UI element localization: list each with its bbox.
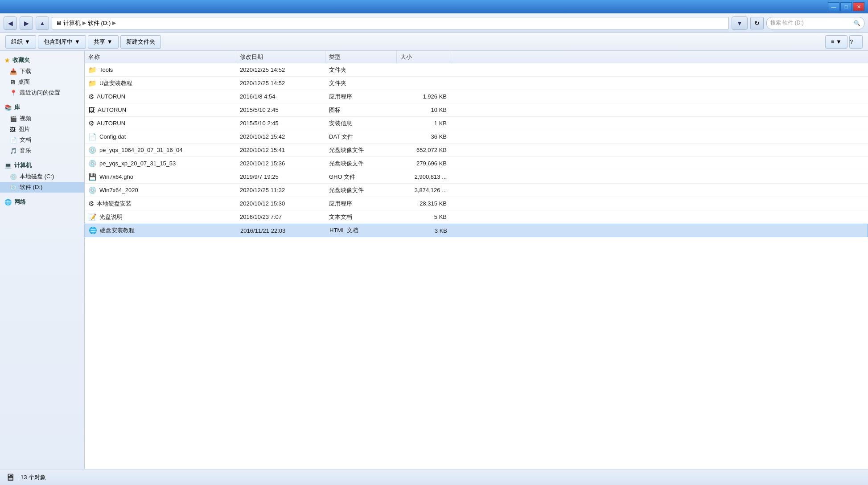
- new-folder-button[interactable]: 新建文件夹: [120, 35, 161, 49]
- addressbar: ◀ ▶ ▲ 🖥 计算机 ▶ 软件 (D:) ▶ ▼ ↻ 搜索 软件 (D:) 🔍: [0, 13, 868, 33]
- file-date-cell: 2020/12/25 14:52: [236, 66, 325, 73]
- download-icon: 📥: [10, 68, 17, 75]
- main-layout: ★ 收藏夹 📥 下载 🖥 桌面 📍 最近访问的位置 📚 库: [0, 51, 868, 469]
- sidebar-item-recent[interactable]: 📍 最近访问的位置: [0, 87, 84, 98]
- file-type-cell: HTML 文档: [326, 226, 397, 234]
- music-icon: 🎵: [10, 148, 17, 154]
- back-button[interactable]: ◀: [4, 16, 17, 30]
- view-button[interactable]: ≡ ▼: [825, 35, 847, 49]
- file-name: Tools: [99, 66, 113, 73]
- sidebar-item-d-drive[interactable]: 💿 软件 (D:): [0, 182, 84, 193]
- file-name: Win7x64_2020: [99, 187, 138, 193]
- table-row[interactable]: ⚙ AUTORUN 2016/1/8 4:54 应用程序 1,926 KB: [85, 90, 868, 103]
- table-row[interactable]: 🖼 AUTORUN 2015/5/10 2:45 图标 10 KB: [85, 103, 868, 117]
- file-name: Win7x64.gho: [99, 173, 133, 180]
- file-icon: 🖼: [88, 106, 95, 114]
- pictures-label: 图片: [18, 125, 30, 133]
- table-row[interactable]: 💾 Win7x64.gho 2019/9/7 19:25 GHO 文件 2,90…: [85, 170, 868, 184]
- table-row[interactable]: 📁 Tools 2020/12/25 14:52 文件夹: [85, 63, 868, 77]
- network-label: 网络: [14, 198, 26, 206]
- sidebar-computer-header: 💻 计算机: [0, 160, 84, 171]
- file-icon: 📁: [88, 79, 97, 87]
- sidebar-item-pictures[interactable]: 🖼 图片: [0, 124, 84, 135]
- file-name: 硬盘安装教程: [100, 226, 135, 234]
- include-label: 包含到库中: [44, 38, 73, 46]
- table-row[interactable]: 💿 Win7x64_2020 2020/12/25 11:32 光盘映像文件 3…: [85, 184, 868, 197]
- address-path[interactable]: 🖥 计算机 ▶ 软件 (D:) ▶: [52, 17, 729, 29]
- sidebar-item-download[interactable]: 📥 下载: [0, 66, 84, 77]
- path-drive: 软件 (D:): [88, 19, 111, 27]
- sidebar-item-music[interactable]: 🎵 音乐: [0, 145, 84, 156]
- table-row[interactable]: 💿 pe_yqs_1064_20_07_31_16_04 2020/10/12 …: [85, 144, 868, 157]
- sidebar-item-video[interactable]: 🎬 视频: [0, 113, 84, 124]
- maximize-button[interactable]: □: [840, 2, 852, 11]
- table-row[interactable]: 📄 Config.dat 2020/10/12 15:42 DAT 文件 36 …: [85, 130, 868, 144]
- toolbar: 组织 ▼ 包含到库中 ▼ 共享 ▼ 新建文件夹 ≡ ▼ ?: [0, 33, 868, 51]
- search-box[interactable]: 搜索 软件 (D:) 🔍: [766, 17, 864, 29]
- file-name-cell: 💾 Win7x64.gho: [85, 173, 236, 181]
- file-icon: ⚙: [88, 119, 94, 127]
- file-icon: 💾: [88, 173, 97, 181]
- pictures-icon: 🖼: [10, 126, 16, 133]
- new-folder-label: 新建文件夹: [126, 38, 155, 46]
- file-type-cell: 光盘映像文件: [325, 160, 397, 168]
- col-name[interactable]: 名称: [85, 51, 236, 63]
- file-date-cell: 2020/10/12 15:36: [236, 160, 325, 167]
- computer-label: 计算机: [14, 161, 32, 169]
- favorites-star-icon: ★: [4, 57, 10, 64]
- documents-label: 文档: [20, 136, 31, 144]
- download-label: 下载: [20, 67, 31, 75]
- share-dropdown-icon: ▼: [107, 38, 113, 45]
- file-date-cell: 2020/10/12 15:30: [236, 200, 325, 207]
- minimize-button[interactable]: —: [828, 2, 839, 11]
- col-type[interactable]: 类型: [325, 51, 397, 63]
- file-type-cell: 文本文档: [325, 213, 397, 221]
- table-row[interactable]: 🌐 硬盘安装教程 2016/11/21 22:03 HTML 文档 3 KB: [85, 224, 868, 237]
- sidebar: ★ 收藏夹 📥 下载 🖥 桌面 📍 最近访问的位置 📚 库: [0, 51, 85, 469]
- sidebar-item-c-drive[interactable]: 💿 本地磁盘 (C:): [0, 171, 84, 182]
- file-type-cell: 光盘映像文件: [325, 186, 397, 194]
- include-library-button[interactable]: 包含到库中 ▼: [38, 35, 86, 49]
- forward-button[interactable]: ▶: [20, 16, 33, 30]
- col-size[interactable]: 大小: [397, 51, 450, 63]
- refresh-button[interactable]: ↻: [750, 17, 764, 29]
- file-size-cell: 3 KB: [397, 227, 451, 234]
- file-icon: 📄: [88, 133, 97, 141]
- table-row[interactable]: ⚙ 本地硬盘安装 2020/10/12 15:30 应用程序 28,315 KB: [85, 197, 868, 210]
- file-name-cell: ⚙ 本地硬盘安装: [85, 200, 236, 208]
- network-icon: 🌐: [4, 199, 12, 206]
- file-icon: 💿: [88, 146, 97, 154]
- file-icon: 💿: [88, 160, 97, 168]
- sidebar-item-desktop[interactable]: 🖥 桌面: [0, 77, 84, 87]
- organize-button[interactable]: 组织 ▼: [5, 35, 36, 49]
- library-label: 库: [14, 103, 20, 111]
- table-row[interactable]: 📁 U盘安装教程 2020/12/25 14:52 文件夹: [85, 77, 868, 90]
- dropdown-button[interactable]: ▼: [732, 16, 748, 30]
- file-type-cell: DAT 文件: [325, 133, 397, 141]
- organize-label: 组织: [11, 38, 23, 46]
- file-date-cell: 2020/10/12 15:42: [236, 133, 325, 140]
- file-type-cell: 光盘映像文件: [325, 146, 397, 154]
- table-row[interactable]: ⚙ AUTORUN 2015/5/10 2:45 安装信息 1 KB: [85, 117, 868, 130]
- file-date-cell: 2020/12/25 11:32: [236, 187, 325, 193]
- share-button[interactable]: 共享 ▼: [88, 35, 119, 49]
- include-dropdown-icon: ▼: [74, 38, 80, 45]
- col-date[interactable]: 修改日期: [236, 51, 325, 63]
- music-label: 音乐: [20, 147, 31, 155]
- video-label: 视频: [20, 115, 31, 123]
- titlebar: — □ ✕: [0, 0, 868, 13]
- table-row[interactable]: 📝 光盘说明 2016/10/23 7:07 文本文档 5 KB: [85, 210, 868, 224]
- file-name-cell: 📝 光盘说明: [85, 213, 236, 221]
- file-type-cell: 应用程序: [325, 200, 397, 208]
- sidebar-item-documents[interactable]: 📄 文档: [0, 135, 84, 145]
- computer-sidebar-icon: 💻: [4, 162, 12, 169]
- close-button[interactable]: ✕: [853, 2, 864, 11]
- help-button[interactable]: ?: [849, 35, 863, 49]
- c-drive-icon: 💿: [10, 173, 17, 180]
- file-date-cell: 2016/11/21 22:03: [237, 227, 326, 234]
- file-name-cell: ⚙ AUTORUN: [85, 119, 236, 127]
- d-drive-label: 软件 (D:): [20, 183, 42, 191]
- up-button[interactable]: ▲: [36, 16, 49, 30]
- table-row[interactable]: 💿 pe_yqs_xp_20_07_31_15_53 2020/10/12 15…: [85, 157, 868, 170]
- file-size-cell: 5 KB: [397, 214, 450, 220]
